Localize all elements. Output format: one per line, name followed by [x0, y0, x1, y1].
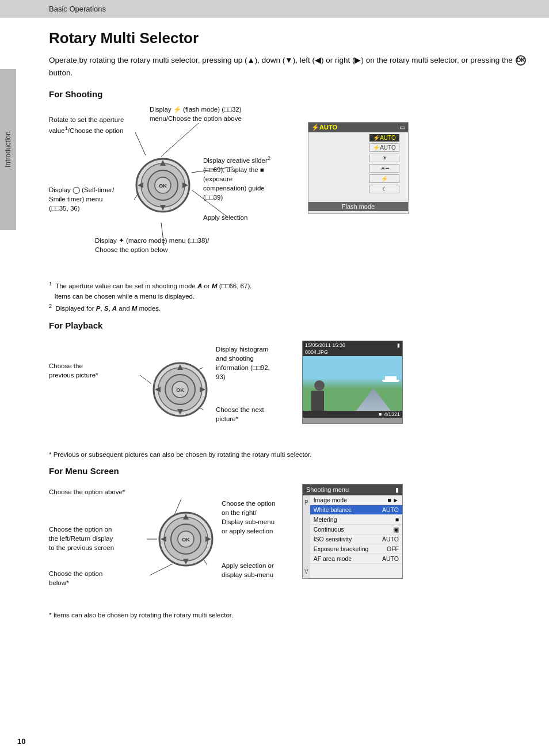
- playback-filename: 0004.JPG: [305, 349, 328, 355]
- menu-empty-2: [304, 520, 308, 531]
- ok-button-icon: OK: [516, 55, 526, 66]
- menu-header-label: Shooting menu: [306, 486, 349, 494]
- svg-line-1: [161, 123, 199, 156]
- annot-macro: Display ✦ (macro mode) menu (□□38)/Choos…: [95, 236, 209, 254]
- playback-selector: OK: [151, 361, 209, 420]
- menu-item-label: Exposure bracketing: [314, 545, 369, 552]
- intro-text-1: Operate by rotating the rotary multi sel…: [49, 56, 513, 64]
- svg-line-15: [140, 375, 151, 384]
- flash-mode-label: Flash mode: [308, 202, 408, 211]
- menu-item-value: OFF: [387, 545, 399, 552]
- menu-item-value: AUTO: [382, 536, 399, 543]
- menu-screen-image: Shooting menu ▮ P V: [302, 484, 403, 579]
- selector-outer-ring: OK: [134, 156, 192, 216]
- annot-menu-above: Choose the option above*: [49, 487, 125, 497]
- menu-item-metering: Metering ■: [310, 515, 402, 525]
- playback-section: Choose theprevious picture* OK D: [49, 336, 532, 445]
- annot-apply: Apply selection: [203, 213, 247, 222]
- annot-flash: Display ⚡ (flash mode) (□□32)menu/Choose…: [150, 105, 242, 123]
- menu-item-af-area: AF area mode AUTO: [310, 554, 402, 564]
- side-tab: Introduction: [0, 69, 16, 230]
- annot-selftimer: Display ◯ (Self-timer/Smile timer) menu(…: [49, 185, 114, 213]
- menu-selector-svg: OK: [157, 510, 215, 568]
- annot-creative: Display creative slider2(□□69), display …: [203, 154, 270, 202]
- annot-rotate: Rotate to set the aperturevalue1/Choose …: [49, 115, 124, 135]
- page-title: Rotary Multi Selector: [49, 29, 532, 47]
- annot-prev-picture: Choose theprevious picture*: [49, 361, 98, 380]
- menu-item-label: Continuous: [314, 526, 344, 533]
- flash-mode-box: ⚡AUTO ▭ ⚡AUTO ⚡AUTO ☀ ☀━ ⚡ ☾ Flash mode: [308, 122, 409, 272]
- menu-v-letter: V: [304, 566, 308, 577]
- menu-empty-3: [304, 531, 308, 543]
- shooting-diagram: Rotate to set the aperturevalue1/Choose …: [49, 105, 296, 272]
- menu-empty-5: [304, 554, 308, 566]
- menu-item-label: White balance: [314, 506, 352, 513]
- annot-menu-right: Choose the optionon the right/Display su…: [222, 499, 275, 536]
- menu-header-icon: ▮: [395, 486, 399, 494]
- playback-image-box: 15/05/2011 15:30 ▮ 0004.JPG: [302, 341, 403, 445]
- footnote-2: 2 Displayed for P, S, A and M modes.: [49, 302, 532, 314]
- menu-item-value: AUTO: [382, 555, 399, 562]
- menu-item-white-balance: White balance AUTO: [310, 505, 402, 515]
- playback-section-title: For Playback: [49, 320, 532, 330]
- menu-header: Shooting menu ▮: [303, 484, 402, 495]
- menu-item-value: ▣: [393, 526, 399, 533]
- shooting-footnotes: 1 The aperture value can be set in shoot…: [49, 280, 532, 314]
- svg-line-0: [135, 132, 146, 155]
- footnote-1: 1 The aperture value can be set in shoot…: [49, 280, 532, 302]
- playback-footnote: * Previous or subsequent pictures can al…: [49, 451, 532, 458]
- menu-screen-box: Shooting menu ▮ P V: [302, 484, 403, 608]
- playback-datetime: 15/05/2011 15:30: [305, 342, 345, 348]
- intro-text: Operate by rotating the rotary multi sel…: [49, 54, 532, 79]
- menu-item-label: Image mode: [314, 497, 347, 503]
- main-content: Rotary Multi Selector Operate by rotatin…: [0, 18, 549, 636]
- menu-item-exposure-bracketing: Exposure bracketing OFF: [310, 544, 402, 554]
- playback-diagram: Choose theprevious picture* OK D: [49, 336, 291, 445]
- svg-text:OK: OK: [176, 387, 184, 393]
- menu-footnote: * Items can also be chosen by rotating t…: [49, 612, 532, 618]
- side-tab-label: Introduction: [4, 132, 12, 168]
- menu-item-label: AF area mode: [314, 555, 352, 562]
- annot-menu-left: Choose the option onthe left/Return disp…: [49, 525, 114, 552]
- menu-empty-4: [304, 543, 308, 554]
- shooting-section-title: For Shooting: [49, 89, 532, 99]
- flash-mode-image: ⚡AUTO ▭ ⚡AUTO ⚡AUTO ☀ ☀━ ⚡ ☾ Flash mode: [308, 122, 409, 214]
- menu-item-value: ■: [395, 516, 399, 523]
- menu-item-label: ISO sensitivity: [314, 536, 352, 543]
- header-label: Basic Operations: [49, 5, 106, 13]
- playback-indicator: ■: [379, 411, 382, 417]
- annot-next-picture: Choose the nextpicture*: [216, 405, 264, 423]
- menu-empty-1: [304, 508, 308, 520]
- menu-p-letter: P: [304, 497, 308, 508]
- menu-item-value: AUTO: [382, 506, 399, 513]
- playback-battery-icon: ▮: [397, 342, 400, 348]
- menu-items-list: Image mode ■ ► White balance AUTO Meteri…: [310, 495, 402, 578]
- menu-item-continuous: Continuous ▣: [310, 525, 402, 534]
- menu-section-title: For Menu Screen: [49, 466, 532, 476]
- playback-image: 15/05/2011 15:30 ▮ 0004.JPG: [302, 341, 403, 424]
- shooting-section: Rotate to set the aperturevalue1/Choose …: [49, 105, 532, 272]
- selector-svg: OK: [134, 156, 192, 214]
- menu-item-image-mode: Image mode ■ ►: [310, 495, 402, 505]
- intro-text-2: button.: [49, 68, 73, 77]
- menu-rows: P V Image mode ■ ►: [303, 495, 402, 578]
- menu-selector: OK: [157, 510, 215, 570]
- header-bar: Basic Operations: [0, 0, 549, 18]
- page-number: 10: [17, 737, 25, 746]
- annot-menu-apply: Apply selection ordisplay sub-menu: [222, 561, 274, 579]
- menu-item-label: Metering: [314, 516, 337, 523]
- svg-text:OK: OK: [182, 537, 190, 543]
- svg-text:OK: OK: [159, 183, 167, 189]
- menu-p-letters: P V: [303, 495, 310, 578]
- menu-section: Choose the option above* Choose the opti…: [49, 482, 532, 608]
- menu-item-iso: ISO sensitivity AUTO: [310, 534, 402, 544]
- annot-menu-below: Choose the optionbelow*: [49, 569, 102, 587]
- menu-diagram: Choose the option above* Choose the opti…: [49, 482, 291, 608]
- menu-item-value: ■ ►: [387, 497, 399, 503]
- playback-selector-svg: OK: [151, 361, 209, 418]
- playback-counter: 4/1321: [384, 411, 400, 417]
- annot-histogram: Display histogramand shootinginformation…: [216, 345, 270, 381]
